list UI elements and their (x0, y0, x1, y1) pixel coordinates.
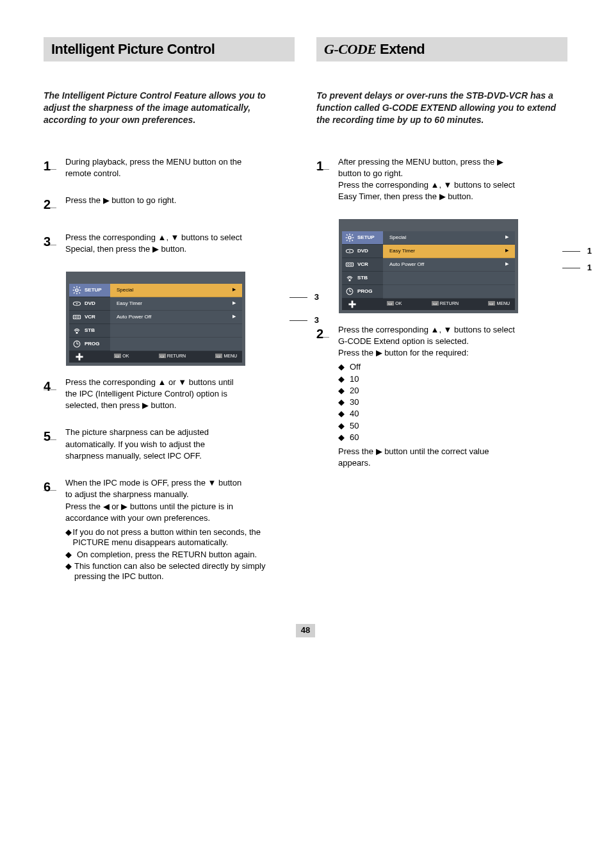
right-header: G-CODE Extend (316, 37, 567, 61)
chevron-right-icon: ▶ (505, 234, 509, 240)
osd-main: Special▶ Easy Timer▶ Auto Power Off▶ (383, 231, 515, 299)
menu-icon: ▭ (488, 301, 495, 306)
step-line: selected, then press ▶ button. (65, 400, 295, 411)
ok-icon: ▭ (387, 301, 394, 306)
osd-row-easytimer: Easy Timer▶ (383, 245, 515, 258)
svg-line-6 (79, 292, 80, 293)
left-step-2: 2 Press the ▶ button to go right. (44, 195, 295, 217)
chevron-right-icon: ▶ (505, 261, 509, 267)
gear-icon (72, 286, 82, 295)
left-step-5: 5 The picture sharpness can be adjusted … (44, 427, 295, 463)
svg-line-25 (346, 234, 347, 235)
left-step-4: 4 Press the corresponding ▲ or ▼ buttons… (44, 377, 295, 413)
step-line: Press the ◀ or ▶ buttons until the pictu… (65, 502, 295, 512)
svg-line-27 (346, 240, 347, 240)
left-osd-screenshot: SETUP DVD VCR STB PROG Special▶ Easy Tim… (66, 272, 295, 366)
svg-rect-34 (349, 279, 351, 281)
osd-menu: ▭MENU (488, 301, 510, 307)
page-number: 48 (296, 624, 315, 637)
svg-point-33 (350, 263, 352, 265)
step-number: 3 (44, 233, 65, 256)
osd-return: ▭RETURN (159, 354, 186, 359)
osd-return: ▭RETURN (432, 301, 459, 307)
chevron-right-icon: ▶ (232, 287, 236, 293)
dvd-icon (345, 247, 355, 256)
osd-side-stb: STB (342, 272, 383, 285)
svg-point-20 (348, 236, 351, 239)
list-item: ◆If you do not press a button within ten… (65, 527, 295, 548)
svg-line-8 (79, 287, 80, 288)
osd-side-setup: SETUP (342, 231, 383, 245)
svg-rect-19 (76, 356, 83, 357)
svg-line-7 (74, 292, 74, 293)
svg-rect-39 (348, 303, 355, 305)
step-number: 4 (44, 377, 65, 413)
dpad-icon (74, 352, 85, 361)
list-item: ◆Off (338, 362, 567, 372)
callout-label: 1 (587, 246, 592, 256)
svg-point-10 (76, 303, 78, 304)
osd-side-prog: PROG (69, 338, 110, 351)
svg-point-13 (77, 316, 79, 318)
step-line: Press the corresponding ▲, ▼ buttons to … (338, 325, 567, 335)
list-item: ◆30 (338, 397, 567, 407)
step-line: During playback, press the MENU button o… (65, 157, 295, 167)
step-line: When the IPC mode is OFF, press the ▼ bu… (65, 478, 295, 488)
step-line: button to go right. (338, 168, 567, 179)
step-line: Press the ▶ button for the required: (338, 348, 567, 358)
osd-ok: ▭OK (114, 354, 129, 359)
osd-callouts: 1 1 (587, 246, 592, 274)
left-intro-note: The Intelligent Picture Control Feature … (44, 90, 295, 126)
svg-line-26 (352, 240, 353, 240)
callout-label: 3 (314, 292, 319, 302)
left-step-1: 1 During playback, press the MENU button… (44, 157, 295, 181)
step-line: Press the corresponding ▲, ▼ buttons to … (338, 180, 567, 190)
osd-side-setup: SETUP (69, 284, 110, 297)
osd-ok: ▭OK (387, 301, 402, 307)
left-step6-sublist: ◆If you do not press a button within ten… (65, 527, 295, 582)
gear-icon (345, 233, 355, 242)
step-number: 1 (316, 157, 338, 204)
left-column: Intelligent Picture Control The Intellig… (44, 37, 295, 598)
stb-icon (345, 274, 355, 283)
ok-icon: ▭ (114, 354, 121, 358)
svg-point-0 (76, 289, 78, 291)
svg-point-12 (75, 316, 77, 318)
osd-bottom-bar: ▭OK ▭RETURN ▭MENU (342, 299, 515, 310)
osd-bottom-bar: ▭OK ▭RETURN ▭MENU (69, 351, 242, 363)
right-step-2: 2 Press the corresponding ▲, ▼ buttons t… (316, 325, 567, 470)
osd-main: Special▶ Easy Timer▶ Auto Power Off▶ (110, 284, 242, 351)
return-icon: ▭ (432, 301, 439, 306)
osd-side-prog: PROG (342, 285, 383, 299)
step-line: sharpness manually, select IPC OFF. (65, 451, 295, 461)
clock-icon (72, 340, 82, 348)
callout-label: 3 (314, 315, 319, 325)
step-line: Press the ▶ button until the correct val… (338, 446, 567, 457)
step-number: 1 (44, 157, 65, 181)
menu-icon: ▭ (215, 354, 222, 358)
step-line: Press the corresponding ▲, ▼ buttons to … (65, 233, 295, 243)
osd-side-vcr: VCR (69, 311, 110, 324)
left-step-3: 3 Press the corresponding ▲, ▼ buttons t… (44, 233, 295, 256)
svg-rect-31 (346, 263, 353, 266)
right-header-title: G-CODE Extend (324, 40, 425, 58)
svg-point-32 (348, 263, 350, 265)
chevron-right-icon: ▶ (505, 248, 509, 254)
chevron-right-icon: ▶ (232, 300, 236, 306)
osd-side-vcr: VCR (342, 258, 383, 272)
osd-row-autopoweroff: Auto Power Off▶ (383, 258, 515, 272)
right-step2-sublist: ◆Off ◆10 ◆20 ◆30 ◆40 ◆50 ◆60 (338, 362, 567, 443)
osd-row-autopoweroff: Auto Power Off▶ (110, 311, 242, 324)
osd-side-dvd: DVD (69, 297, 110, 311)
right-osd-screenshot: SETUP DVD VCR STB PROG Special▶ Easy Tim… (339, 219, 567, 313)
osd-sidebar: SETUP DVD VCR STB PROG (69, 284, 110, 351)
osd-menu: ▭MENU (215, 354, 237, 359)
osd-side-stb: STB (69, 324, 110, 338)
list-item: ◆60 (338, 432, 567, 443)
step-line: automatically. If you wish to adjust the (65, 439, 295, 450)
svg-line-28 (352, 234, 353, 235)
left-step-6: 6 When the IPC mode is OFF, press the ▼ … (44, 478, 295, 583)
step-line: accordance with your own preferences. (65, 513, 295, 523)
step-line: Special, then press the ▶ button. (65, 244, 295, 254)
clock-icon (345, 287, 355, 296)
